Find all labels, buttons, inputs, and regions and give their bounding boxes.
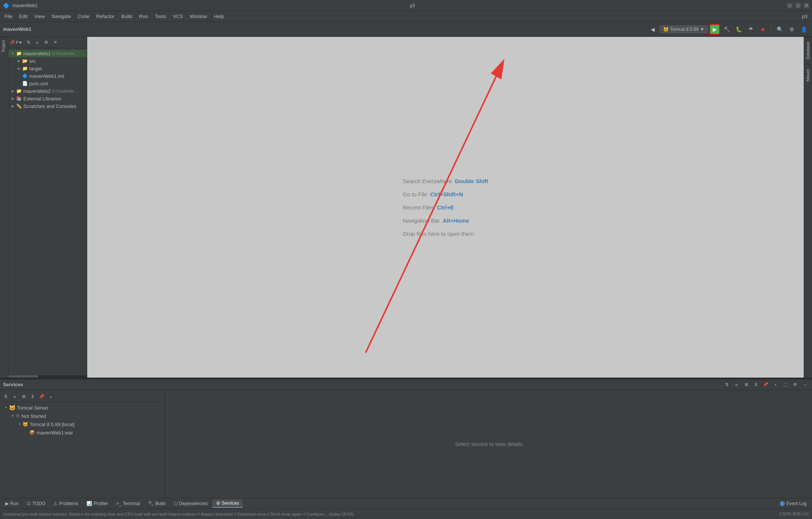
svc-group-btn[interactable]: ⊞ — [742, 381, 750, 389]
menu-file[interactable]: File — [2, 12, 15, 20]
folder-icon: 📁 — [16, 50, 22, 56]
run-config-selector[interactable]: 🐱 Tomcat 8.5.89 ▼ — [660, 26, 708, 33]
menu-refactor[interactable]: Refactor — [93, 12, 118, 20]
coverage-button[interactable]: ☂ — [745, 24, 756, 35]
services-title: Services — [3, 382, 23, 387]
svc-filter-btn[interactable]: ⊻ — [752, 381, 760, 389]
svc-settings-btn[interactable]: ⚙ — [791, 381, 799, 389]
src-folder-icon: 📂 — [22, 58, 28, 64]
todo-icon: ☑ — [27, 501, 31, 506]
svc-item-war[interactable]: 📦 mavenWeb1:war — [0, 428, 165, 437]
debug-button[interactable]: 🐛 — [733, 24, 744, 35]
svc-tree-collapse[interactable]: ⇅ — [2, 393, 10, 401]
stop-button[interactable]: ■ — [757, 24, 768, 35]
tree-item-src[interactable]: ▶ 📂 src — [8, 57, 87, 65]
tab-services[interactable]: ⚙ Services — [212, 499, 243, 508]
build-icon: 🔨 — [148, 501, 154, 506]
right-tab-database[interactable]: Database — [804, 37, 812, 64]
svc-tree-add2[interactable]: + — [47, 393, 55, 401]
menu-code[interactable]: Code — [75, 12, 92, 20]
svc-expand-all-btn[interactable]: ⇅ — [723, 381, 731, 389]
services-tree-toolbar: ⇅ ≡ ⊞ ⊻ 📌 + — [0, 392, 165, 402]
build-button[interactable]: 🔨 — [721, 24, 732, 35]
tree-item-pom[interactable]: 📄 pom.xml — [8, 80, 87, 87]
svc-item-not-started[interactable]: ▼ ⚙ Not Started — [0, 412, 165, 420]
back-button[interactable]: ◀ — [648, 24, 658, 35]
svc-tree-group2[interactable]: ⊞ — [20, 393, 28, 401]
tree-label: mavenWeb1 — [23, 51, 51, 56]
tree-path-mw2: D:\Code\ide... — [52, 89, 77, 93]
svc-pin-btn[interactable]: 📌 — [762, 381, 770, 389]
left-tab-project[interactable]: Project — [0, 37, 8, 55]
tab-dependencies[interactable]: ⬡ Dependencies — [170, 500, 212, 507]
tree-item-mavenweb1[interactable]: ▼ 📁 mavenWeb1 D:\Code\ide... — [8, 50, 87, 57]
svc-item-tomcat-server[interactable]: ▼ 🐱 Tomcat Server — [0, 404, 165, 412]
svc-arrow-tomcat: ▼ — [3, 405, 9, 411]
search-button[interactable]: 🔍 — [774, 24, 785, 35]
tab-profiler-label: Profiler — [94, 501, 108, 506]
editor-area: Search Everywhere Double Shift Go to Fil… — [87, 37, 804, 378]
scratches-icon: ✏️ — [16, 103, 22, 109]
menu-edit[interactable]: Edit — [16, 12, 30, 20]
tree-arrow-mw2: ▶ — [10, 88, 16, 94]
svc-label-not-started: Not Started — [21, 413, 46, 419]
sidebar-collapse-btn[interactable]: ≡ — [33, 38, 41, 47]
tree-label-src: src — [29, 58, 36, 64]
svc-tree-expand[interactable]: ≡ — [11, 393, 19, 401]
tree-arrow-scratches: ▶ — [10, 103, 16, 109]
event-log-badge[interactable]: i Event Log — [776, 500, 811, 507]
tree-item-mavenweb2[interactable]: ▶ 📁 mavenWeb2 D:\Code\ide... — [8, 87, 87, 95]
run-button[interactable]: ▶ — [709, 24, 720, 35]
menu-p3[interactable]: p3 — [799, 12, 810, 20]
tree-item-iml[interactable]: 🔷 mavenWeb1.iml — [8, 72, 87, 80]
hint-label-drop: Drop files here to open them — [403, 231, 474, 237]
close-button[interactable]: ✕ — [804, 3, 809, 8]
tree-item-extlibs[interactable]: ▶ 📚 External Libraries — [8, 95, 87, 102]
sidebar-close-btn[interactable]: ✕ — [51, 38, 59, 47]
menu-tools[interactable]: Tools — [152, 12, 169, 20]
menu-view[interactable]: View — [31, 12, 48, 20]
tab-build[interactable]: 🔨 Build — [144, 500, 169, 507]
project-tree: ▼ 📁 mavenWeb1 D:\Code\ide... ▶ 📂 src ▶ 📁 — [8, 48, 87, 375]
sidebar-expand-btn[interactable]: ⇅ — [24, 38, 32, 47]
hint-nav: Navigation Bar Alt+Home — [403, 217, 488, 224]
right-tabs: Database Maven — [804, 37, 812, 378]
svc-tree-filter2[interactable]: ⊻ — [29, 393, 37, 401]
svc-expand-window-btn[interactable]: ⛶ — [781, 381, 789, 389]
avatar-button[interactable]: 👤 — [798, 24, 809, 35]
minimize-button[interactable]: ─ — [787, 3, 792, 8]
right-tab-maven[interactable]: Maven — [804, 64, 812, 86]
services-panel: Services ⇅ ≡ ⊞ ⊻ 📌 + ⛶ ⚙ ─ ⇅ ≡ ⊞ ⊻ 📌 + — [0, 378, 812, 498]
menu-vcs[interactable]: VCS — [170, 12, 186, 20]
tab-problems-label: Problems — [59, 501, 78, 506]
menu-window[interactable]: Window — [187, 12, 210, 20]
tab-run[interactable]: ▶ Run — [2, 500, 22, 507]
svc-collapse-all-btn[interactable]: ≡ — [732, 381, 741, 389]
menu-build[interactable]: Build — [118, 12, 135, 20]
svc-item-tomcat-instance[interactable]: ▼ 🐱 Tomcat 8.5.89 [local] — [0, 420, 165, 428]
hint-shortcut-search: Double Shift — [455, 178, 488, 184]
sidebar-settings-btn[interactable]: ⚙ — [42, 38, 50, 47]
menu-navigate[interactable]: Navigate — [48, 12, 74, 20]
tab-terminal[interactable]: >_ Terminal — [112, 500, 144, 507]
tab-todo[interactable]: ☑ TODO — [23, 500, 49, 507]
toolbar: mavenWeb1 ◀ 🐱 Tomcat 8.5.89 ▼ ▶ 🔨 🐛 ☂ ■ … — [0, 22, 812, 37]
svc-add-btn[interactable]: + — [771, 381, 780, 389]
status-csdn: CSDN 给给小白 — [780, 511, 809, 517]
status-message: Download pre-built shared indexes: Reduc… — [3, 512, 777, 516]
tab-problems[interactable]: ⚠ Problems — [50, 500, 82, 507]
menu-run[interactable]: Run — [136, 12, 151, 20]
sidebar: 📌 P▼ ⇅ ≡ ⚙ ✕ ▼ 📁 mavenWeb1 D:\Code\ide..… — [8, 37, 87, 378]
sidebar-filter-btn[interactable]: P▼ — [15, 38, 23, 47]
maximize-button[interactable]: □ — [795, 3, 801, 8]
svc-tree-pin2[interactable]: 📌 — [38, 393, 46, 401]
window-controls[interactable]: ─ □ ✕ — [787, 3, 809, 8]
tree-item-target[interactable]: ▶ 📁 target — [8, 65, 87, 72]
hint-label-recent: Recent Files — [403, 204, 434, 211]
menu-help[interactable]: Help — [211, 12, 227, 20]
tree-item-scratches[interactable]: ▶ ✏️ Scratches and Consoles — [8, 102, 87, 110]
tab-profiler[interactable]: 📊 Profiler — [83, 500, 112, 507]
settings-button[interactable]: ⚙ — [786, 24, 797, 35]
svc-close-btn[interactable]: ─ — [801, 381, 809, 389]
not-started-icon: ⚙ — [16, 413, 20, 419]
